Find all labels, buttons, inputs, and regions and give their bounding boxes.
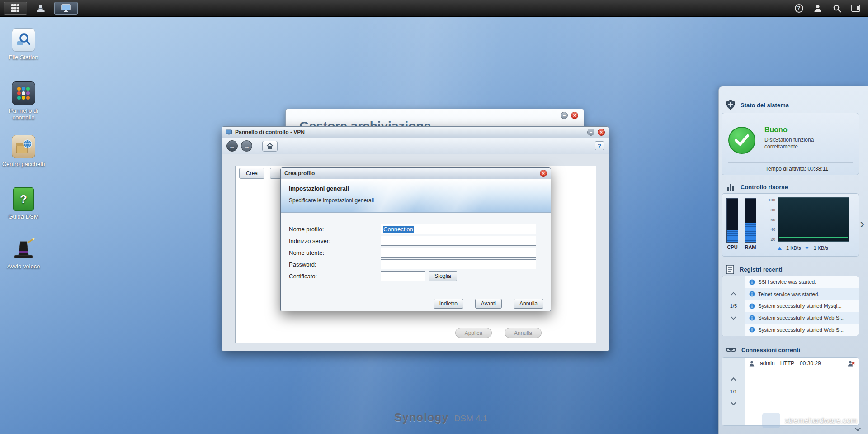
username-label: Nome utente: bbox=[289, 249, 324, 256]
vpn-help-button[interactable]: ? bbox=[595, 141, 604, 150]
home-icon bbox=[266, 143, 274, 149]
status-description-line1: DiskStation funziona bbox=[764, 137, 814, 143]
desktop-icon-dsm-help[interactable]: ? Guida DSM bbox=[0, 187, 47, 220]
back-step-button[interactable]: Indietro bbox=[434, 299, 463, 309]
server-address-input[interactable] bbox=[381, 236, 536, 246]
vpn-toolbar: ← → ? bbox=[222, 138, 609, 154]
user-icon[interactable] bbox=[813, 3, 823, 13]
taskbar: ? bbox=[0, 0, 868, 17]
connections-pager: 1/1 bbox=[722, 358, 745, 425]
connections-page-up-icon[interactable] bbox=[731, 377, 736, 383]
dialog-header-band: Impostazioni generali Specificare le imp… bbox=[281, 179, 551, 213]
quick-launch-button[interactable] bbox=[32, 2, 50, 15]
logs-list: SSH service was started. Telnet service … bbox=[745, 276, 859, 336]
desktop-icon-control-panel[interactable]: Pannello di controllo bbox=[0, 81, 47, 121]
profile-name-value: Connection bbox=[383, 226, 414, 233]
log-row[interactable]: System successfully started Mysql... bbox=[745, 300, 859, 312]
apply-button[interactable]: Applica bbox=[455, 328, 492, 338]
field-row-username: Nome utente: bbox=[289, 247, 542, 258]
connections-page-down-icon[interactable] bbox=[731, 400, 736, 405]
help-glyph: ? bbox=[795, 4, 803, 13]
network-chart bbox=[778, 197, 849, 242]
taskbar-left bbox=[0, 2, 78, 15]
password-input[interactable] bbox=[381, 259, 536, 269]
status-ok-icon bbox=[728, 127, 755, 154]
info-icon bbox=[749, 303, 755, 309]
log-row[interactable]: System successfully started Web S... bbox=[745, 324, 859, 336]
create-profile-dialog: Crea profilo × Impostazioni generali Spe… bbox=[280, 167, 551, 311]
forward-button[interactable]: → bbox=[241, 140, 252, 152]
cpu-meter bbox=[726, 198, 738, 243]
kick-user-icon[interactable] bbox=[848, 361, 855, 367]
field-row-server-address: Indirizzo server: bbox=[289, 235, 542, 246]
dialog-titlebar[interactable]: Crea profilo × bbox=[281, 168, 551, 179]
log-text: SSH service was started. bbox=[758, 279, 816, 285]
logs-pager: 1/5 bbox=[722, 276, 745, 336]
logs-page-down-icon[interactable] bbox=[731, 314, 736, 320]
create-button[interactable]: Crea bbox=[239, 168, 264, 179]
cancel-button[interactable]: Annulla bbox=[505, 328, 542, 338]
question-glyph: ? bbox=[20, 196, 27, 203]
log-text: System successfully started Mysql... bbox=[758, 303, 842, 309]
help-icon[interactable]: ? bbox=[794, 3, 804, 13]
watermark-logo bbox=[762, 413, 780, 428]
certificate-input[interactable] bbox=[381, 271, 425, 281]
desktop-icon-file-station[interactable]: File Station bbox=[0, 28, 47, 61]
close-button[interactable]: × bbox=[571, 112, 578, 119]
search-icon[interactable] bbox=[832, 3, 842, 13]
control-panel-icon bbox=[12, 81, 35, 105]
connection-user: admin bbox=[760, 360, 775, 367]
next-step-button[interactable]: Avanti bbox=[475, 299, 502, 309]
log-row[interactable]: System successfully started Web S... bbox=[745, 312, 859, 324]
dsm-version: DSM 4.1 bbox=[454, 414, 488, 424]
widgets-toggle-icon[interactable] bbox=[851, 3, 861, 13]
profile-name-input[interactable]: Connection bbox=[381, 224, 536, 234]
system-status-title: Stato del sistema bbox=[741, 102, 789, 109]
status-description-line2: correttamente. bbox=[764, 143, 814, 150]
desktop-background: ? bbox=[0, 0, 868, 434]
close-button[interactable]: × bbox=[598, 129, 605, 136]
monitor-icon bbox=[61, 4, 71, 12]
home-button[interactable] bbox=[262, 141, 278, 152]
password-label: Password: bbox=[289, 261, 316, 268]
magic-hat-desktop-icon bbox=[12, 237, 35, 261]
link-icon bbox=[726, 346, 736, 353]
taskbar-window-button[interactable] bbox=[54, 2, 78, 15]
log-text: System successfully started Web S... bbox=[758, 315, 844, 320]
dialog-cancel-button[interactable]: Annulla bbox=[514, 299, 543, 309]
dialog-footer: Indietro Avanti Annulla bbox=[284, 295, 547, 309]
profile-name-label: Nome profilo: bbox=[289, 226, 324, 233]
vpn-window-titlebar[interactable]: Pannello di controllo - VPN – × bbox=[222, 127, 609, 138]
logs-page-up-icon[interactable] bbox=[731, 292, 736, 298]
username-input[interactable] bbox=[381, 248, 536, 258]
dsm-help-icon: ? bbox=[13, 187, 34, 211]
document-icon bbox=[726, 265, 734, 274]
info-icon bbox=[749, 327, 755, 333]
panel-layout-icon bbox=[851, 5, 860, 12]
ram-label: RAM bbox=[745, 244, 756, 250]
connection-row[interactable]: admin HTTP 00:30:29 bbox=[745, 358, 859, 369]
desktop-icon-label: Centro pacchetti bbox=[0, 161, 47, 167]
dialog-close-button[interactable]: × bbox=[540, 170, 547, 177]
main-menu-button[interactable] bbox=[4, 2, 27, 15]
desktop-icon-quick-start[interactable]: Avvio veloce bbox=[0, 237, 47, 270]
upload-arrow-icon bbox=[778, 247, 782, 250]
resource-expand-button[interactable]: › bbox=[860, 217, 864, 230]
browse-button[interactable]: Sfoglia bbox=[429, 271, 457, 281]
log-row[interactable]: SSH service was started. bbox=[745, 276, 859, 288]
info-icon bbox=[749, 291, 755, 297]
desktop-icon-package-center[interactable]: Centro pacchetti bbox=[0, 135, 47, 167]
file-station-icon bbox=[12, 28, 35, 52]
minimize-button[interactable]: – bbox=[561, 112, 568, 119]
taskbar-right: ? bbox=[794, 3, 868, 13]
log-row[interactable]: Telnet service was started. bbox=[745, 288, 859, 300]
scale-tick: 20 bbox=[770, 237, 775, 242]
watermark-text: xtremehardware.com bbox=[785, 416, 857, 425]
resource-monitor-box: CPU RAM 100 80 60 40 20 1 KB/s 1 KB/s bbox=[722, 193, 859, 257]
bar-chart-icon bbox=[726, 182, 735, 191]
desktop-icon-label: Guida DSM bbox=[0, 213, 47, 220]
back-button[interactable]: ← bbox=[226, 140, 238, 152]
logs-page-indicator: 1/5 bbox=[730, 303, 737, 309]
system-status-header: Stato del sistema bbox=[726, 100, 789, 110]
minimize-button[interactable]: – bbox=[587, 129, 594, 136]
